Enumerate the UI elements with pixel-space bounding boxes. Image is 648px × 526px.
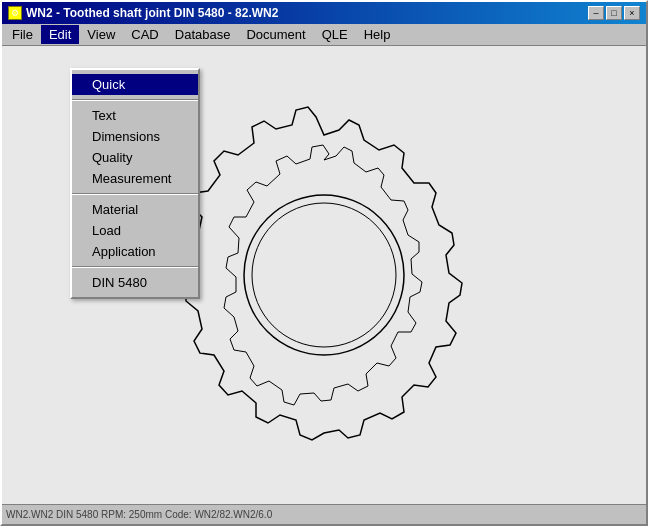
minimize-button[interactable]: – — [588, 6, 604, 20]
dropdown-divider-2 — [72, 193, 198, 195]
dropdown-section-3: Material Load Application — [72, 197, 198, 264]
menu-file[interactable]: File — [4, 25, 41, 44]
menu-view[interactable]: View — [79, 25, 123, 44]
menu-help[interactable]: Help — [356, 25, 399, 44]
menu-item-quick[interactable]: Quick — [72, 74, 198, 95]
menu-bar: File Edit View CAD Database Document QLE… — [2, 24, 646, 46]
maximize-button[interactable]: □ — [606, 6, 622, 20]
app-icon: ⚙ — [8, 6, 22, 20]
menu-database[interactable]: Database — [167, 25, 239, 44]
menu-item-material[interactable]: Material — [72, 199, 198, 220]
window-title: WN2 - Toothed shaft joint DIN 5480 - 82.… — [26, 6, 278, 20]
dropdown-divider-1 — [72, 99, 198, 101]
title-bar: ⚙ WN2 - Toothed shaft joint DIN 5480 - 8… — [2, 2, 646, 24]
svg-point-0 — [244, 195, 404, 355]
status-text: WN2.WN2 DIN 5480 RPM: 250mm Code: WN2/82… — [6, 509, 272, 520]
menu-item-din5480[interactable]: DIN 5480 — [72, 272, 198, 293]
dropdown-divider-3 — [72, 266, 198, 268]
menu-edit[interactable]: Edit — [41, 25, 79, 44]
menu-item-application[interactable]: Application — [72, 241, 198, 262]
dropdown-section-1: Quick — [72, 72, 198, 97]
title-buttons: – □ × — [588, 6, 640, 20]
dropdown-section-4: DIN 5480 — [72, 270, 198, 295]
title-bar-left: ⚙ WN2 - Toothed shaft joint DIN 5480 - 8… — [8, 6, 278, 20]
menu-cad[interactable]: CAD — [123, 25, 166, 44]
menu-document[interactable]: Document — [238, 25, 313, 44]
menu-item-dimensions[interactable]: Dimensions — [72, 126, 198, 147]
menu-item-measurement[interactable]: Measurement — [72, 168, 198, 189]
main-window: ⚙ WN2 - Toothed shaft joint DIN 5480 - 8… — [0, 0, 648, 526]
menu-item-text[interactable]: Text — [72, 105, 198, 126]
edit-dropdown-menu: Quick Text Dimensions Quality Measuremen… — [70, 68, 200, 299]
content-area: Quick Text Dimensions Quality Measuremen… — [2, 46, 646, 504]
menu-item-load[interactable]: Load — [72, 220, 198, 241]
menu-qle[interactable]: QLE — [314, 25, 356, 44]
menu-item-quality[interactable]: Quality — [72, 147, 198, 168]
dropdown-section-2: Text Dimensions Quality Measurement — [72, 103, 198, 191]
svg-point-1 — [252, 203, 396, 347]
status-bar: WN2.WN2 DIN 5480 RPM: 250mm Code: WN2/82… — [2, 504, 646, 524]
close-button[interactable]: × — [624, 6, 640, 20]
